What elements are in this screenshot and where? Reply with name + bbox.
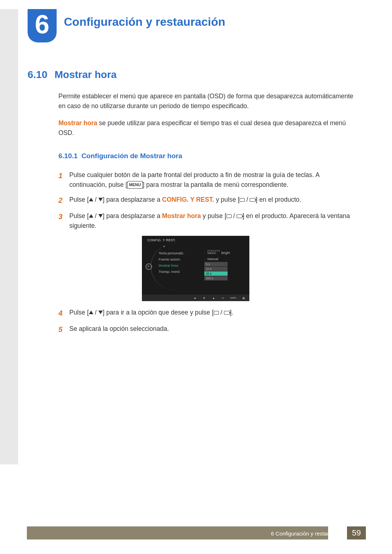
step-text: Se aplicará la opción seleccionada. [69,324,358,335]
step-3: 3 Pulse [ / ] para desplazarse a Mostrar… [58,211,358,231]
step3-target: Mostrar hora [162,212,201,219]
enter-icon [250,198,256,202]
step-number: 5 [58,324,69,335]
step-text: Pulse [ / ] para desplazarse a CONFIG. Y… [69,195,358,206]
down-arrow-icon [98,311,103,314]
osd-value-row: :SAMSUNGMAGIC Bright [204,250,230,256]
osd-down-icon: ▼ [202,296,206,300]
step-list: 1 Pulse cualquier botón de la parte fron… [58,170,358,336]
chapter-title: Configuración y restauración [64,15,225,29]
down-arrow-icon [98,198,103,201]
step-2: 2 Pulse [ / ] para desplazarse a CONFIG.… [58,195,358,206]
osd-item-active: Mostrar hora [159,262,184,268]
osd-bottom-bar: ◄ ▼ ▲ ▭ AUTO ⏻ [142,295,249,301]
intro2-highlight: Mostrar hora [58,119,97,127]
osd-dropdown-option: 200 s [204,276,228,280]
step-number: 1 [58,170,69,190]
step-text: Pulse [ / ] para desplazarse a Mostrar h… [69,211,358,231]
side-margin-bar [0,9,18,464]
osd-dropdown-option-selected: 20 s [204,271,228,276]
source-icon [240,198,245,202]
section-number: 6.10 [28,69,48,80]
intro-paragraph-1: Permite establecer el menú que aparece e… [58,91,358,111]
step-5: 5 Se aplicará la opción seleccionada. [58,324,358,335]
down-arrow-icon [98,214,103,218]
step2-target: CONFIG. Y REST. [162,196,214,203]
osd-power-icon: ⏻ [241,296,246,300]
step-text: Pulse cualquier botón de la parte fronta… [69,170,358,190]
enter-icon [224,311,230,315]
chapter-number-tab: 6 [28,9,57,42]
subsection-heading: 6.10.1 Configuración de Mostrar hora [58,152,358,160]
section-heading: 6.10 Mostrar hora [28,69,358,81]
osd-up-icon: ▲ [211,296,216,300]
source-icon [226,214,232,218]
up-arrow-icon [89,198,93,201]
enter-icon [237,214,242,218]
up-arrow-icon [89,311,93,314]
step-text: Pulse [ / ] para ir a la opción que dese… [69,308,358,319]
osd-menu-list: Tecla personaliz. Fuente autom. Mostrar … [159,250,184,275]
osd-enter-icon: ▭ [221,296,225,300]
step-number: 4 [58,308,69,319]
osd-dropdown-option: 5 s [204,262,228,266]
section-title: Mostrar hora [54,69,117,80]
osd-item: Fuente autom. [159,256,184,262]
osd-dropdown: 5 s 10 s 20 s 200 s [204,262,228,281]
osd-dropdown-option: 10 s [204,267,228,271]
up-arrow-icon [89,214,93,218]
step-1: 1 Pulse cualquier botón de la parte fron… [58,170,358,190]
osd-values: :SAMSUNGMAGIC Bright :Manual [204,250,230,262]
osd-screenshot: CONFIG. Y REST. ▲ Tecla personaliz. Fuen… [142,236,249,301]
step-number: 2 [58,195,69,206]
source-icon [214,311,219,315]
osd-value-row: :Manual [204,256,230,262]
menu-button-label: MENU [127,181,143,189]
intro2-rest: se puede utilizar para especificar el ti… [58,119,346,136]
page-content: 6.10 Mostrar hora Permite establecer el … [28,69,358,340]
osd-item: Tecla personaliz. [159,250,184,256]
subsection-number: 6.10.1 [58,152,78,160]
osd-auto-button: AUTO [230,296,236,300]
intro-paragraph-2: Mostrar hora se puede utilizar para espe… [58,118,358,138]
subsection-title: Configuración de Mostrar hora [81,152,182,160]
footer-chapter-ref: 6 Configuración y restauración [271,530,345,537]
step-number: 3 [58,211,69,231]
osd-title: CONFIG. Y REST. [147,238,176,242]
osd-item: Transp. menú [159,268,184,275]
step-4: 4 Pulse [ / ] para ir a la opción que de… [58,308,358,319]
osd-back-icon: ◄ [192,296,197,300]
footer-page-number: 59 [347,526,366,539]
